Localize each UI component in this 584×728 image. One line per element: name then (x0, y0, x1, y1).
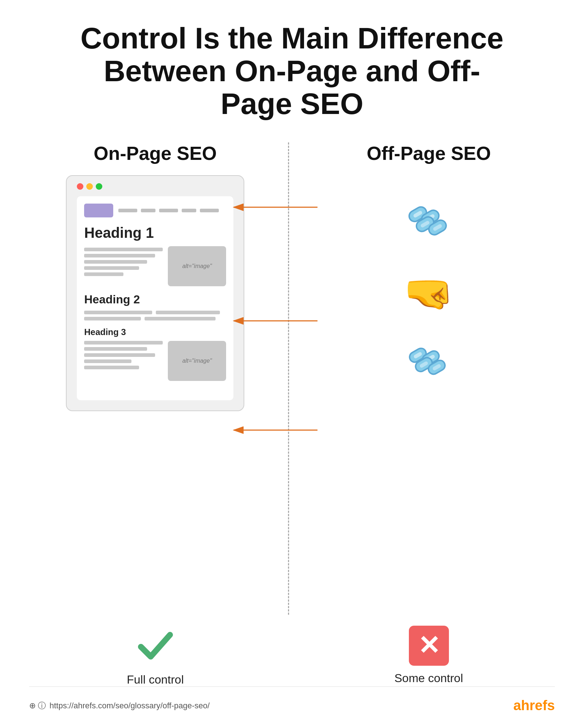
page-top-bar (84, 204, 226, 217)
image-placeholder-1: alt="image" (168, 246, 226, 286)
text-line (84, 260, 147, 264)
right-column-heading: Off-Page SEO (367, 142, 491, 164)
text-line (84, 347, 147, 351)
bottom-right: ✕ Some control (289, 626, 547, 686)
nav-line-4 (182, 209, 196, 212)
backlink-icon-1 (311, 201, 547, 244)
hand-icon: 🤜 (311, 274, 547, 314)
nav-line-3 (159, 209, 178, 212)
text-line (84, 272, 123, 276)
text-line (156, 311, 220, 314)
left-column: On-Page SEO (37, 142, 288, 615)
h2-line-row (84, 311, 226, 314)
h2-text: Heading 2 (84, 293, 226, 306)
text-line (145, 317, 216, 320)
content-row-2: alt="image" (84, 341, 226, 381)
footer-icons: ⊕ ⓘ (29, 700, 46, 711)
dot-red (77, 183, 83, 190)
content-row-1: alt="image" (84, 246, 226, 286)
nav-line-2 (141, 209, 155, 212)
text-line (84, 341, 163, 345)
dot-green (96, 183, 102, 190)
x-icon-container: ✕ (409, 626, 449, 666)
bottom-section: Full control ✕ Some control (37, 626, 547, 686)
text-line (84, 311, 152, 314)
backlink-icon-2 (311, 343, 547, 383)
text-line (84, 359, 131, 363)
browser-titlebar (77, 183, 233, 190)
main-container: Control Is the Main Difference Between O… (0, 0, 584, 728)
page-title: Control Is the Main Difference Between O… (74, 22, 510, 121)
info-icon: ⓘ (38, 700, 46, 711)
checkmark-icon (135, 626, 175, 666)
image-placeholder-2: alt="image" (168, 341, 226, 381)
h3-text: Heading 3 (84, 327, 226, 337)
cc-icon: ⊕ (29, 701, 36, 711)
chain-link-svg-1 (403, 201, 454, 244)
text-line (84, 248, 163, 251)
logo-placeholder (84, 204, 113, 217)
text-line (84, 266, 139, 270)
right-column: Off-Page SEO (289, 142, 547, 615)
browser-mockup: Heading 1 alt="image" (66, 175, 244, 411)
text-lines-1 (84, 246, 163, 286)
h1-text: Heading 1 (84, 225, 226, 241)
footer-left: ⊕ ⓘ https://ahrefs.com/seo/glossary/off-… (29, 700, 210, 711)
dot-yellow (86, 183, 93, 190)
some-control-label: Some control (394, 672, 463, 685)
ahrefs-logo: ahrefs (513, 698, 555, 713)
h2-line-row (84, 317, 226, 320)
bottom-left: Full control (37, 626, 288, 686)
browser-content: Heading 1 alt="image" (77, 196, 233, 400)
nav-lines (118, 209, 219, 212)
x-icon: ✕ (418, 633, 440, 659)
right-icons-container: 🤜 (311, 175, 547, 383)
text-line (84, 353, 155, 357)
text-line (84, 254, 155, 257)
full-control-label: Full control (127, 673, 184, 686)
chain-link-svg-2 (405, 343, 453, 383)
footer: ⊕ ⓘ https://ahrefs.com/seo/glossary/off-… (29, 686, 555, 713)
hand-emoji: 🤜 (404, 274, 454, 314)
text-line (84, 317, 141, 320)
checkmark-container (135, 626, 175, 667)
text-line (84, 366, 139, 369)
nav-line-1 (118, 209, 137, 212)
left-column-heading: On-Page SEO (94, 142, 217, 164)
h2-lines (84, 311, 226, 320)
nav-line-5 (200, 209, 219, 212)
text-lines-2 (84, 341, 163, 381)
footer-url: https://ahrefs.com/seo/glossary/off-page… (50, 701, 210, 711)
